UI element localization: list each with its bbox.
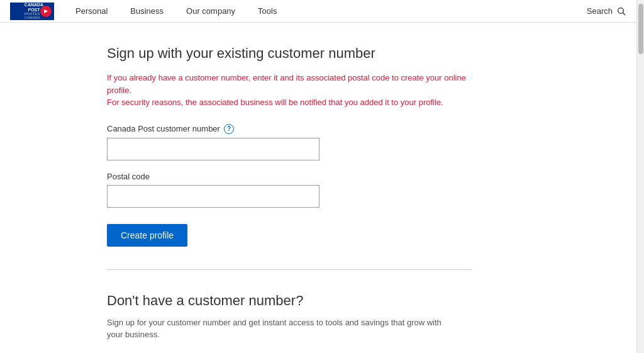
- customer-number-input[interactable]: [107, 138, 319, 160]
- nav-our-company[interactable]: Our company: [185, 6, 236, 16]
- svg-point-0: [618, 8, 624, 13]
- nav-links: Personal Business Our company Tools: [74, 6, 587, 16]
- nav-tools[interactable]: Tools: [257, 6, 278, 16]
- section1-description: If you already have a customer number, e…: [107, 72, 472, 109]
- info-icon[interactable]: ?: [224, 124, 234, 134]
- main-content: Sign up with your existing customer numb…: [92, 23, 545, 353]
- logo-arrow-icon: [40, 6, 52, 17]
- postal-code-input[interactable]: [107, 185, 319, 208]
- search-icon: [616, 6, 626, 16]
- section1-title: Sign up with your existing customer numb…: [107, 45, 530, 62]
- svg-line-1: [623, 13, 625, 15]
- search-label: Search: [587, 6, 613, 16]
- create-profile-button[interactable]: Create profile: [107, 224, 187, 247]
- section-divider: [107, 269, 472, 270]
- search-area[interactable]: Search: [587, 6, 626, 16]
- logo-area: CANADAPOST POSTESCANADA: [10, 3, 54, 20]
- customer-number-label: Canada Post customer number ?: [107, 124, 530, 134]
- section2-description: Sign up for your customer number and get…: [107, 317, 447, 341]
- nav-business[interactable]: Business: [129, 6, 165, 16]
- postal-code-label: Postal code: [107, 172, 530, 181]
- postal-code-group: Postal code: [107, 172, 530, 208]
- scrollbar-track[interactable]: [636, 0, 644, 353]
- section2-title: Don't have a customer number?: [107, 293, 530, 309]
- scrollbar-thumb[interactable]: [638, 4, 643, 54]
- customer-number-group: Canada Post customer number ?: [107, 124, 530, 160]
- canada-post-logo: CANADAPOST POSTESCANADA: [10, 3, 54, 20]
- nav-personal[interactable]: Personal: [74, 6, 109, 16]
- navbar: CANADAPOST POSTESCANADA Personal Busines…: [0, 0, 636, 23]
